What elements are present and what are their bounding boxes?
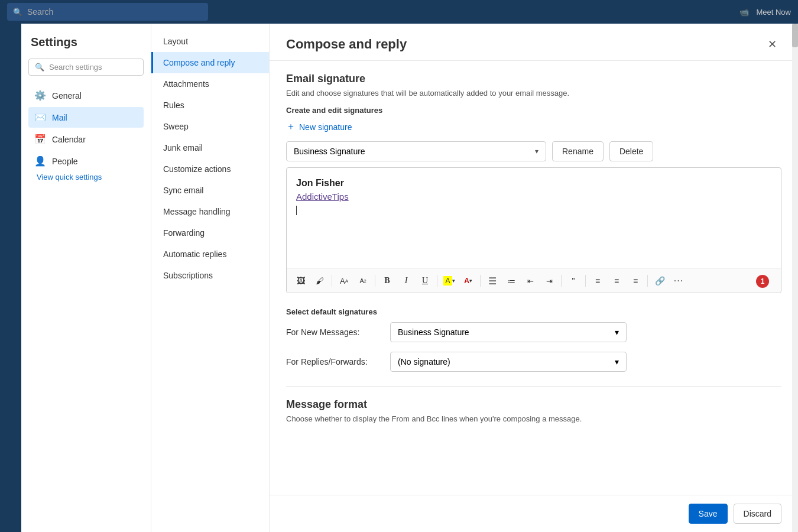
mid-nav-junk[interactable]: Junk email <box>151 137 269 158</box>
dialog-footer: Save Discard <box>270 495 798 532</box>
settings-title: Settings <box>28 35 144 49</box>
sidebar-item-calendar[interactable]: 📅 Calendar <box>28 129 144 150</box>
top-bar-right: 📹 Meet Now <box>739 8 791 17</box>
toolbar-italic-btn[interactable]: I <box>398 273 414 289</box>
for-new-messages-dropdown[interactable]: Business Signature ▾ <box>390 322 627 342</box>
mid-nav-attachments[interactable]: Attachments <box>151 73 269 95</box>
mid-nav-auto-replies[interactable]: Automatic replies <box>151 244 269 265</box>
signature-link-text: AddictiveTips <box>296 190 771 204</box>
email-sidebar <box>0 24 21 532</box>
toolbar-indent-less-btn[interactable]: ⇤ <box>522 273 539 289</box>
toolbar-bold-btn[interactable]: B <box>379 273 395 289</box>
for-replies-value: (No signature) <box>398 357 450 366</box>
toolbar-highlight-btn[interactable]: A▾ <box>441 273 458 289</box>
sig-controls-row: Business Signature ▾ Rename Delete <box>286 141 781 161</box>
message-format-title: Message format <box>286 398 781 411</box>
new-signature-label: New signature <box>299 122 352 132</box>
toolbar-sep-4 <box>480 275 481 287</box>
signature-name-text: Jon Fisher <box>296 176 771 190</box>
toolbar-numbered-btn[interactable]: ≔ <box>503 273 520 289</box>
new-messages-dropdown-arrow: ▾ <box>615 327 619 337</box>
search-input[interactable] <box>27 7 202 17</box>
for-replies-dropdown[interactable]: (No signature) ▾ <box>390 352 627 372</box>
mid-nav-rules[interactable]: Rules <box>151 95 269 116</box>
email-signature-title: Email signature <box>286 73 781 85</box>
mid-nav-compose-reply[interactable]: Compose and reply <box>151 52 269 73</box>
mid-nav-forwarding[interactable]: Forwarding <box>151 222 269 244</box>
mid-nav-sweep[interactable]: Sweep <box>151 116 269 137</box>
toolbar-more-btn[interactable]: ··· <box>670 273 687 289</box>
view-quick-settings-link[interactable]: View quick settings <box>28 173 144 181</box>
message-format-desc: Choose whether to display the From and B… <box>286 414 781 423</box>
settings-content: Compose and reply ✕ Email signature Edit… <box>270 24 798 532</box>
toolbar-sep-7 <box>647 275 648 287</box>
toolbar-link-btn[interactable]: 🔗 <box>651 273 668 289</box>
new-signature-button[interactable]: ＋ New signature <box>286 121 352 133</box>
toolbar-sep-3 <box>437 275 437 287</box>
for-replies-label: For Replies/Forwards: <box>286 357 381 366</box>
dialog-title: Compose and reply <box>286 37 407 52</box>
default-signatures-section: Select default signatures For New Messag… <box>286 307 781 372</box>
mid-nav-customize[interactable]: Customize actions <box>151 158 269 180</box>
general-icon: ⚙️ <box>34 90 46 101</box>
toolbar-bullets-btn[interactable]: ☰ <box>484 273 501 289</box>
toolbar-sep-6 <box>585 275 586 287</box>
search-icon: 🔍 <box>13 8 22 17</box>
toolbar-font-size-btn[interactable]: AA <box>336 273 352 289</box>
for-new-messages-label: For New Messages: <box>286 327 381 337</box>
toolbar-format-painter-btn[interactable]: 🖌 <box>312 273 328 289</box>
top-bar: 🔍 📹 Meet Now <box>0 0 798 24</box>
mid-nav-sync[interactable]: Sync email <box>151 180 269 201</box>
sidebar-item-label-general: General <box>52 91 82 100</box>
discard-button[interactable]: Discard <box>734 504 781 524</box>
toolbar-sep-1 <box>332 275 332 287</box>
signature-name-dropdown[interactable]: Business Signature ▾ <box>286 141 546 161</box>
signature-toolbar: 🖼 🖌 AA A2 B I U A▾ <box>287 268 781 293</box>
cursor <box>296 206 297 215</box>
toolbar-quote-btn[interactable]: " <box>565 273 582 289</box>
signature-editor[interactable]: Jon Fisher AddictiveTips 1 🖼 🖌 AA A2 <box>286 167 781 293</box>
toolbar-superscript-btn[interactable]: A2 <box>355 273 371 289</box>
calendar-icon: 📅 <box>34 134 46 145</box>
sidebar-item-people[interactable]: 👤 People <box>28 151 144 171</box>
for-new-messages-row: For New Messages: Business Signature ▾ <box>286 322 781 342</box>
settings-search-box[interactable]: 🔍 <box>28 59 144 76</box>
delete-button[interactable]: Delete <box>609 141 653 161</box>
dialog-header: Compose and reply ✕ <box>270 24 798 61</box>
sidebar-item-mail[interactable]: ✉️ Mail <box>28 107 144 128</box>
toolbar-image-btn[interactable]: 🖼 <box>293 273 309 289</box>
create-edit-label: Create and edit signatures <box>286 106 781 115</box>
sidebar-item-general[interactable]: ⚙️ General <box>28 85 144 106</box>
mid-nav-handling[interactable]: Message handling <box>151 201 269 222</box>
settings-left-nav: Settings 🔍 ⚙️ General ✉️ Mail 📅 Calendar <box>21 24 151 532</box>
sidebar-item-label-calendar: Calendar <box>52 135 86 144</box>
settings-mid-nav: Layout Compose and reply Attachments Rul… <box>151 24 270 532</box>
mid-nav-subscriptions[interactable]: Subscriptions <box>151 265 269 286</box>
toolbar-font-color-btn[interactable]: A▾ <box>460 273 476 289</box>
for-new-messages-value: Business Signature <box>398 327 469 337</box>
toolbar-align-right-btn[interactable]: ≡ <box>627 273 644 289</box>
meet-now-label[interactable]: Meet Now <box>756 8 791 17</box>
close-button[interactable]: ✕ <box>763 35 781 53</box>
signature-name-value: Business Signature <box>294 147 365 156</box>
plus-icon: ＋ <box>286 121 296 133</box>
for-replies-row: For Replies/Forwards: (No signature) ▾ <box>286 352 781 372</box>
people-icon: 👤 <box>34 155 46 167</box>
mid-nav-layout[interactable]: Layout <box>151 31 269 52</box>
toolbar-sep-5 <box>561 275 562 287</box>
save-button[interactable]: Save <box>689 504 728 524</box>
toolbar-underline-btn[interactable]: U <box>417 273 433 289</box>
rename-button[interactable]: Rename <box>552 141 604 161</box>
main-area: Settings 🔍 ⚙️ General ✉️ Mail 📅 Calendar <box>0 24 798 532</box>
message-format-section: Message format Choose whether to display… <box>286 386 781 423</box>
scroll-thumb[interactable] <box>792 24 798 47</box>
toolbar-indent-more-btn[interactable]: ⇥ <box>541 273 557 289</box>
toolbar-align-center-btn[interactable]: ≡ <box>608 273 625 289</box>
search-box[interactable]: 🔍 <box>7 3 208 21</box>
signature-editor-content[interactable]: Jon Fisher AddictiveTips <box>287 168 781 268</box>
toolbar-align-left-btn[interactable]: ≡ <box>589 273 606 289</box>
mail-icon: ✉️ <box>34 112 46 123</box>
sidebar-item-label-mail: Mail <box>52 113 67 122</box>
settings-search-icon: 🔍 <box>35 63 44 72</box>
settings-search-input[interactable] <box>49 63 137 72</box>
